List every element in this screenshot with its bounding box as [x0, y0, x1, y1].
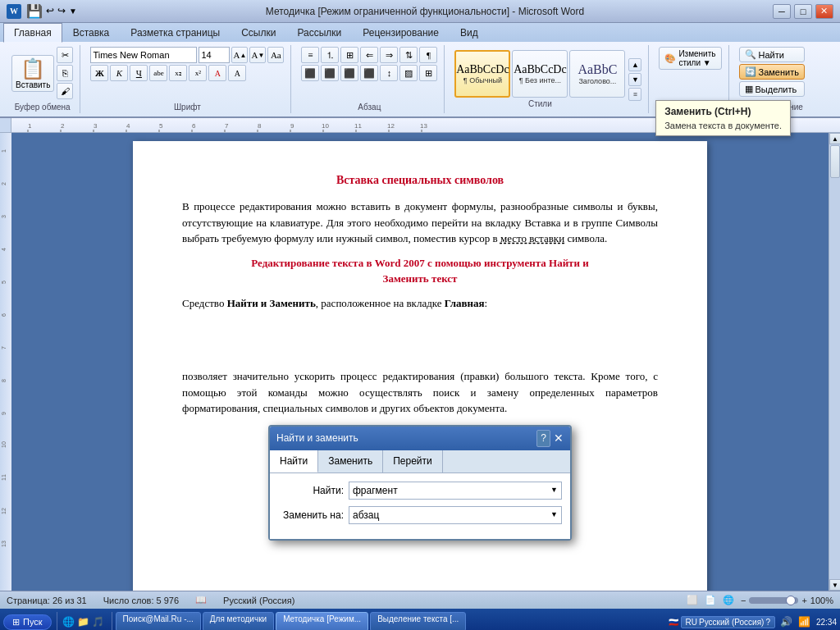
tab-view[interactable]: Вид — [450, 23, 489, 42]
tab-insert[interactable]: Вставка — [62, 23, 121, 42]
window-title: Методичка [Режим ограниченной функционал… — [266, 6, 584, 17]
subscript-button[interactable]: x₂ — [169, 65, 187, 81]
zoom-slider[interactable] — [749, 597, 798, 604]
find-tab-find[interactable]: Найти — [270, 450, 318, 472]
font-name-input[interactable] — [90, 47, 197, 63]
font-color-button[interactable]: А — [228, 65, 246, 81]
paragraph-label: Абзац — [358, 101, 381, 112]
lang-button[interactable]: RU Русский (Россия) ? — [681, 616, 775, 628]
styles-scroll-down[interactable]: ▼ — [628, 73, 641, 86]
svg-text:8: 8 — [1, 379, 7, 382]
tab-references[interactable]: Ссылки — [231, 23, 286, 42]
copy-button[interactable]: ⎘ — [57, 65, 73, 81]
decrease-indent-button[interactable]: ⇐ — [360, 47, 378, 63]
svg-text:10: 10 — [322, 122, 329, 130]
qa-dropdown-btn[interactable]: ▼ — [69, 7, 77, 16]
justify-button[interactable]: ⬛ — [360, 65, 378, 81]
zoom-in-btn[interactable]: + — [801, 596, 806, 605]
borders-button[interactable]: ⊞ — [419, 65, 437, 81]
view-web-btn[interactable]: 🌐 — [723, 595, 734, 605]
font-format-row: Ж К Ч abe x₂ x² А А — [90, 65, 284, 81]
lang-help-icon[interactable]: ? — [765, 618, 770, 627]
styles-section: AaBbCcDc ¶ Обычный AaBbCcDc ¶ Без инте..… — [454, 50, 625, 98]
bold-button[interactable]: Ж — [90, 65, 108, 81]
multilevel-list-button[interactable]: ⊞ — [340, 47, 358, 63]
network-icon[interactable]: 📶 — [798, 615, 811, 628]
view-read-btn[interactable]: 📄 — [705, 595, 716, 605]
tooltip-description: Замена текста в документе. — [664, 121, 782, 130]
taskbar-item-3[interactable]: Методичка [Режим... — [276, 612, 368, 630]
change-styles-label: Изменитьстили ▼ — [678, 49, 715, 67]
scroll-down-button[interactable]: ▼ — [829, 579, 840, 591]
zoom-out-btn[interactable]: − — [741, 596, 746, 605]
scroll-track[interactable] — [829, 144, 840, 579]
style-normal[interactable]: AaBbCcDc ¶ Обычный — [454, 50, 510, 98]
maximize-button[interactable]: □ — [794, 4, 812, 19]
document-body: В процессе редактирования можно вставить… — [182, 199, 658, 541]
bullet-list-button[interactable]: ≡ — [301, 47, 319, 63]
ie-icon[interactable]: 🌐 — [62, 615, 75, 628]
quick-redo-btn[interactable]: ↪ — [57, 5, 66, 17]
styles-scroll-up[interactable]: ▲ — [628, 58, 641, 71]
find-input-wrapper[interactable]: фрагмент — [349, 482, 562, 500]
find-button[interactable]: 🔍 Найти — [739, 47, 805, 62]
font-size-input[interactable] — [199, 47, 230, 63]
svg-text:2: 2 — [1, 182, 7, 185]
find-dialog-close-btn[interactable]: ✕ — [554, 430, 564, 447]
shading-button[interactable]: ▨ — [399, 65, 418, 81]
scroll-thumb[interactable] — [830, 145, 840, 178]
increase-font-button[interactable]: A▲ — [231, 47, 248, 63]
align-left-button[interactable]: ⬛ — [301, 65, 319, 81]
show-marks-button[interactable]: ¶ — [419, 47, 437, 63]
highlight-button[interactable]: А — [208, 65, 226, 81]
superscript-button[interactable]: x² — [189, 65, 207, 81]
strikethrough-button[interactable]: abe — [149, 65, 167, 81]
tab-home[interactable]: Главная — [3, 23, 62, 43]
find-dialog-help-btn[interactable]: ? — [536, 430, 550, 447]
find-dialog-area: Найти и заменить ? ✕ Найти Заменить Пере… — [182, 425, 658, 541]
explorer-icon[interactable]: 📁 — [77, 615, 90, 628]
find-replace-dialog[interactable]: Найти и заменить ? ✕ Найти Заменить Пере… — [268, 425, 572, 541]
find-tab-replace[interactable]: Заменить — [318, 450, 383, 472]
taskbar-item-1[interactable]: Поиск@Mail.Ru -... — [116, 612, 201, 630]
media-icon[interactable]: 🎵 — [92, 615, 105, 628]
format-painter-button[interactable]: 🖌 — [57, 83, 73, 99]
italic-button[interactable]: К — [110, 65, 128, 81]
align-center-button[interactable]: ⬛ — [321, 65, 339, 81]
decrease-font-button[interactable]: A▼ — [249, 47, 266, 63]
tab-page-layout[interactable]: Разметка страницы — [120, 23, 231, 42]
change-case-button[interactable]: Аа — [267, 47, 284, 63]
volume-icon[interactable]: 🔊 — [780, 615, 793, 628]
styles-more-btn[interactable]: ≡ — [628, 88, 641, 101]
paragraph-1: В процессе редактирования можно вставить… — [182, 199, 658, 247]
page-indicator: Страница: 26 из 31 — [7, 596, 87, 605]
scroll-up-button[interactable]: ▲ — [829, 133, 840, 144]
select-button[interactable]: ▦ Выделить — [739, 81, 805, 97]
underline-button[interactable]: Ч — [130, 65, 148, 81]
replace-input-wrapper[interactable]: абзац — [349, 506, 562, 524]
quick-save-btn[interactable]: 💾 — [26, 3, 43, 19]
increase-indent-button[interactable]: ⇒ — [380, 47, 398, 63]
taskbar-item-4[interactable]: Выделение текста [... — [370, 612, 466, 630]
replace-button[interactable]: 🔄 Заменить — [739, 64, 805, 80]
minimize-button[interactable]: ─ — [773, 4, 791, 19]
align-right-button[interactable]: ⬛ — [340, 65, 358, 81]
find-tab-goto[interactable]: Перейти — [383, 450, 443, 472]
tab-review[interactable]: Рецензирование — [352, 23, 450, 42]
start-button[interactable]: ⊞ Пуск — [3, 614, 52, 630]
numbered-list-button[interactable]: ⒈ — [321, 47, 339, 63]
view-print-btn[interactable]: ⬜ — [687, 595, 698, 605]
cut-button[interactable]: ✂ — [57, 47, 73, 63]
taskbar-item-2[interactable]: Для методички — [203, 612, 274, 630]
find-dialog-titlebar: Найти и заменить ? ✕ — [270, 427, 570, 450]
close-button[interactable]: ✕ — [815, 4, 833, 19]
style-heading1[interactable]: AaBbC Заголово... — [569, 50, 625, 98]
style-no-spacing[interactable]: AaBbCcDc ¶ Без инте... — [512, 50, 568, 98]
change-styles-button[interactable]: 🎨 Изменитьстили ▼ — [659, 47, 721, 70]
tab-mailings[interactable]: Рассылки — [286, 23, 352, 42]
line-spacing-button[interactable]: ↕ — [380, 65, 398, 81]
language-indicator[interactable]: Русский (Россия) — [223, 596, 294, 605]
quick-undo-btn[interactable]: ↩ — [46, 5, 54, 17]
sort-button[interactable]: ⇅ — [399, 47, 418, 63]
paste-button[interactable]: 📋 Вставить — [11, 55, 54, 92]
